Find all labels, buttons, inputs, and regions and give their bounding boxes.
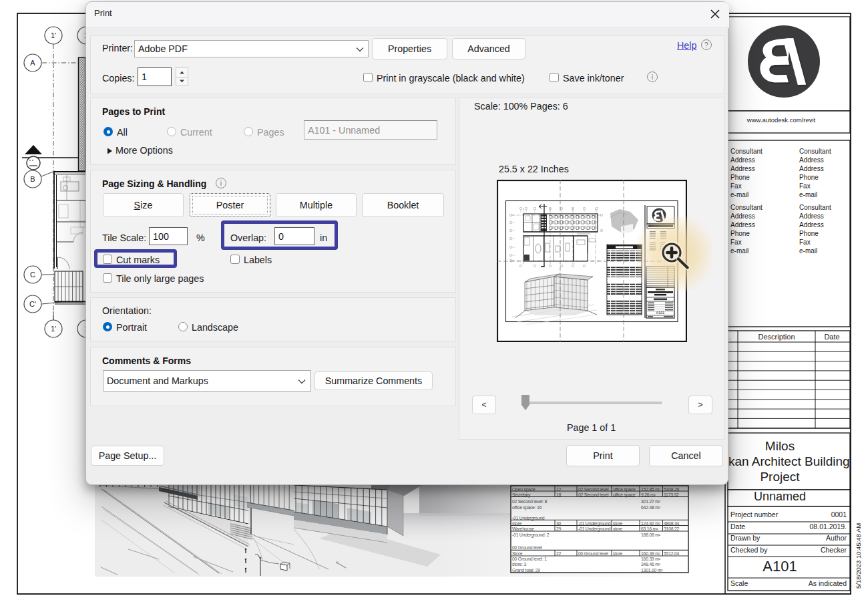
svg-text:A101: A101	[656, 311, 665, 315]
